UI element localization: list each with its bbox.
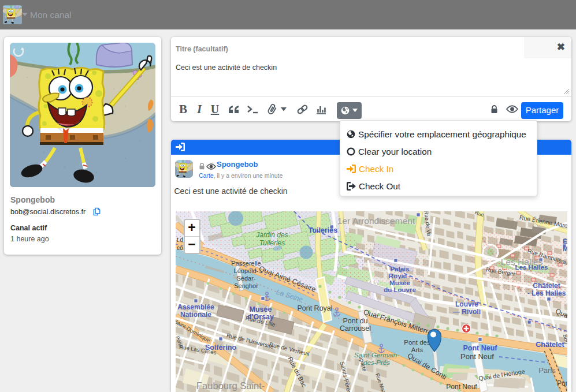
svg-text:— Rivoli: — Rivoli: [452, 308, 480, 316]
svg-text:Faubourg Saint-: Faubourg Saint-: [196, 380, 265, 391]
svg-text:Sédar-: Sédar-: [236, 275, 255, 282]
svg-text:Léopold-: Léopold-: [233, 267, 258, 274]
svg-text:des-Prés: des-Prés: [363, 359, 389, 366]
svg-text:Châtelet: Châtelet: [533, 282, 560, 290]
svg-text:Solférino: Solférino: [205, 344, 236, 352]
svg-text:Passerelle: Passerelle: [231, 260, 261, 267]
svg-text:Pont des: Pont des: [404, 339, 430, 346]
svg-text:Pont Royal: Pont Royal: [297, 304, 332, 312]
svg-text:Carrousel: Carrousel: [339, 324, 370, 333]
svg-text:d'Orsay: d'Orsay: [247, 313, 273, 321]
svg-text:1er Arrondissement: 1er Arrondissement: [337, 216, 415, 226]
svg-text:Pont N: Pont N: [557, 379, 567, 387]
svg-text:Assemblée: Assemblée: [177, 303, 214, 311]
svg-text:M: M: [563, 245, 567, 252]
svg-text:Éti: Éti: [563, 238, 567, 245]
svg-text:Palais: Palais: [390, 266, 409, 272]
svg-text:Pont Neuf: Pont Neuf: [446, 383, 477, 391]
svg-text:Tuileries: Tuileries: [308, 226, 337, 234]
svg-text:Pont Neuf: Pont Neuf: [460, 352, 494, 361]
svg-text:Senghor: Senghor: [234, 282, 258, 289]
svg-text:- Les Halles: - Les Halles: [527, 289, 566, 297]
svg-text:Tuileries: Tuileries: [259, 239, 284, 247]
svg-text:Pont Neuf: Pont Neuf: [463, 344, 497, 352]
svg-text:Saint-Germain-: Saint-Germain-: [354, 352, 399, 359]
svg-text:du Louvre: du Louvre: [384, 286, 416, 293]
svg-text:Les Halles: Les Halles: [515, 264, 548, 271]
svg-text:co: co: [177, 245, 183, 251]
svg-text:Louvre: Louvre: [455, 300, 478, 308]
svg-text:Nationale: Nationale: [180, 311, 211, 319]
svg-text:Jardin des: Jardin des: [255, 231, 288, 239]
svg-text:Pont du: Pont du: [343, 317, 367, 325]
svg-text:Royal -: Royal -: [388, 272, 411, 279]
svg-text:Arts: Arts: [411, 346, 423, 353]
svg-text:Paris: Paris: [538, 366, 556, 375]
svg-text:t d: t d: [177, 237, 183, 243]
svg-text:Musée: Musée: [249, 305, 272, 313]
svg-text:Châtelet: Châtelet: [536, 341, 564, 349]
svg-text:Musée: Musée: [389, 279, 410, 286]
